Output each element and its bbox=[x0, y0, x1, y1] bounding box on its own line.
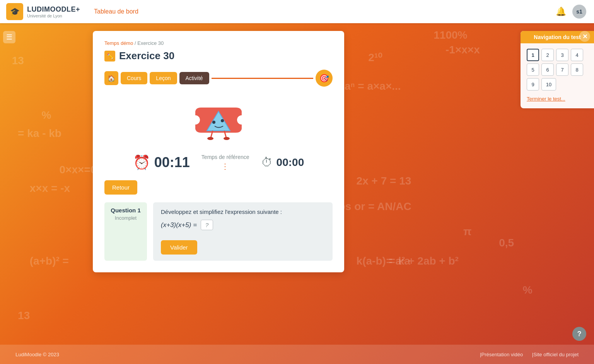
question-formula: (x+3)(x+5) = ? bbox=[161, 220, 325, 230]
reference-timer-label: Temps de référence bbox=[201, 154, 249, 160]
elapsed-timer-icon: ⏰ bbox=[133, 154, 150, 171]
question-content: Développez et simplifiez l'expression su… bbox=[153, 202, 333, 261]
test-nav-item-2[interactable]: 2 bbox=[541, 49, 554, 61]
svg-point-1 bbox=[237, 115, 246, 125]
nav-end-button[interactable]: 🎯 bbox=[316, 70, 333, 87]
question-label: Question 1 bbox=[111, 207, 141, 214]
footer-copyright: LudiMoodle © 2023 bbox=[15, 352, 59, 357]
page-title-area: ✏️ Exercice 30 bbox=[104, 50, 333, 62]
svg-point-0 bbox=[191, 115, 200, 125]
reference-timer: ⏱ 00:00 bbox=[261, 156, 304, 169]
svg-point-8 bbox=[224, 137, 230, 140]
test-nav-grid: 1 2 3 4 5 6 7 8 9 10 bbox=[527, 49, 588, 91]
help-button[interactable]: ? bbox=[572, 327, 586, 341]
test-nav-item-3[interactable]: 3 bbox=[556, 49, 568, 61]
page-title-icon: ✏️ bbox=[104, 51, 115, 62]
question-label-box: Question 1 Incomplet bbox=[104, 202, 147, 261]
timer-divider-dots: ⋮ bbox=[221, 162, 230, 171]
answer-input-box[interactable]: ? bbox=[201, 220, 213, 230]
test-nav-item-9[interactable]: 9 bbox=[527, 78, 539, 91]
svg-point-3 bbox=[212, 121, 215, 124]
hamburger-icon: ☰ bbox=[6, 33, 12, 41]
exercise-nav-bar: 🏠 Cours Leçon Activité 🎯 bbox=[104, 70, 333, 87]
timer-divider: Temps de référence ⋮ bbox=[201, 154, 249, 171]
close-button[interactable]: ✕ bbox=[579, 31, 590, 42]
reference-timer-icon: ⏱ bbox=[261, 156, 273, 169]
help-icon: ? bbox=[577, 330, 582, 338]
question-container: Question 1 Incomplet Développez et simpl… bbox=[104, 202, 333, 261]
dashboard-link[interactable]: Tableau de bord bbox=[94, 8, 138, 15]
formula-left: (x+3)(x+5) = bbox=[161, 221, 197, 229]
logo-area: 🎓 LUDIMOODLE+ Université de Lyon bbox=[0, 3, 86, 20]
app-subtitle: Université de Lyon bbox=[27, 14, 80, 18]
elapsed-timer: ⏰ 00:11 bbox=[133, 154, 190, 171]
close-icon: ✕ bbox=[582, 33, 587, 40]
test-nav-item-5[interactable]: 5 bbox=[527, 63, 539, 76]
test-navigation-panel: Navigation du test 1 2 3 4 5 6 7 8 9 10 … bbox=[521, 31, 594, 108]
footer-link-1[interactable]: |Présentation vidéo bbox=[480, 352, 523, 357]
character-image bbox=[188, 96, 249, 146]
breadcrumb-parent[interactable]: Temps démo bbox=[104, 40, 133, 46]
main-card: Temps démo / Exercice 30 ✏️ Exercice 30 … bbox=[93, 31, 344, 272]
reference-timer-value: 00:00 bbox=[277, 156, 304, 169]
test-nav-item-1[interactable]: 1 bbox=[527, 49, 539, 61]
logo-icon: 🎓 bbox=[6, 3, 23, 20]
svg-point-7 bbox=[207, 137, 213, 140]
nav-progress-line bbox=[212, 78, 313, 79]
sidebar-toggle-button[interactable]: ☰ bbox=[3, 31, 15, 43]
breadcrumb-current: Exercice 30 bbox=[137, 40, 164, 46]
logo-text: LUDIMOODLE+ Université de Lyon bbox=[27, 5, 80, 18]
nav-activite-button[interactable]: Activité bbox=[179, 72, 209, 84]
test-nav-item-7[interactable]: 7 bbox=[556, 63, 568, 76]
notification-bell-icon[interactable]: 🔔 bbox=[556, 7, 566, 17]
question-instruction: Développez et simplifiez l'expression su… bbox=[161, 208, 325, 215]
footer-links: |Présentation vidéo |Site officiel du pr… bbox=[480, 352, 579, 357]
app-title: LUDIMOODLE+ bbox=[27, 5, 80, 14]
question-status: Incomplet bbox=[111, 215, 141, 221]
nav-home-button[interactable]: 🏠 bbox=[104, 71, 118, 85]
header-actions: 🔔 s1 bbox=[556, 5, 594, 19]
svg-point-4 bbox=[221, 119, 224, 122]
elapsed-timer-value: 00:11 bbox=[154, 154, 190, 171]
retour-button[interactable]: Retour bbox=[104, 180, 137, 195]
header-nav: Tableau de bord bbox=[86, 8, 556, 15]
breadcrumb: Temps démo / Exercice 30 bbox=[104, 40, 333, 46]
footer: LudiMoodle © 2023 |Présentation vidéo |S… bbox=[0, 345, 594, 364]
test-nav-item-10[interactable]: 10 bbox=[541, 78, 556, 91]
nav-lecon-button[interactable]: Leçon bbox=[150, 72, 177, 84]
test-nav-item-4[interactable]: 4 bbox=[571, 49, 583, 61]
test-nav-item-8[interactable]: 8 bbox=[571, 63, 583, 76]
timer-area: ⏰ 00:11 Temps de référence ⋮ ⏱ 00:00 bbox=[104, 154, 333, 171]
nav-cours-button[interactable]: Cours bbox=[121, 72, 147, 84]
valider-button[interactable]: Valider bbox=[161, 240, 197, 255]
test-nav-item-6[interactable]: 6 bbox=[541, 63, 554, 76]
terminate-test-link[interactable]: Terminer le test... bbox=[527, 96, 565, 102]
page-title: Exercice 30 bbox=[119, 50, 174, 62]
header: 🎓 LUDIMOODLE+ Université de Lyon Tableau… bbox=[0, 0, 594, 23]
character-area bbox=[104, 96, 333, 146]
footer-link-2[interactable]: |Site officiel du projet bbox=[532, 352, 579, 357]
user-avatar[interactable]: s1 bbox=[572, 5, 586, 19]
